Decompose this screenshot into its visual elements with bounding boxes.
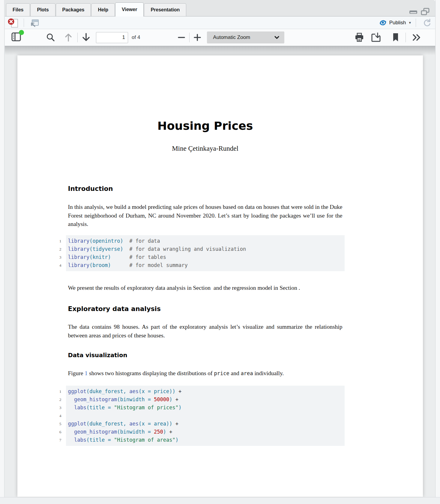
text-run: individually. (253, 370, 284, 376)
print-button[interactable] (354, 32, 364, 43)
code-line: 1library(openintro) # for data (66, 237, 345, 245)
tab-presentation[interactable]: Presentation (144, 3, 186, 16)
code-text: library(tidyverse) # for data wrangling … (68, 245, 246, 253)
publish-dropdown-caret[interactable]: ▾ (409, 20, 411, 25)
pdf-toolbar: of 4 Automatic Zoom (5, 29, 435, 46)
toolbar-separator (24, 19, 24, 27)
zoom-in-button[interactable] (193, 33, 202, 42)
publish-icon (379, 19, 387, 26)
page-down-icon (82, 32, 91, 43)
text-run: shows two histograms displaying the dist… (88, 370, 214, 376)
code-line: 4 (66, 412, 345, 420)
line-number: 5 (55, 420, 61, 428)
maximize-icon (421, 8, 430, 16)
right-pane-edge (435, 0, 440, 497)
code-text: geom_histogram(binwidth = 250) + (68, 428, 172, 436)
tab-files[interactable]: Files (6, 3, 30, 16)
tab-label: Files (13, 7, 23, 13)
code-text: labs(title = "Histogram of areas") (68, 436, 179, 444)
plus-icon (193, 33, 202, 42)
code-line: 6 geom_histogram(binwidth = 250) + (66, 428, 345, 436)
code-line: 3library(knitr) # for tables (66, 253, 345, 261)
double-chevron-right-icon (412, 33, 422, 42)
post-code-paragraph: We present the results of exploratory da… (68, 284, 343, 292)
tab-label: Presentation (151, 7, 180, 13)
line-number: 2 (55, 396, 61, 404)
line-number: 1 (55, 387, 61, 396)
code-text: ggplot(duke_forest, aes(x = area)) + (68, 420, 179, 428)
bookmark-icon (392, 33, 399, 42)
stop-icon (7, 18, 19, 28)
toolbar-separator (406, 33, 406, 42)
minus-icon (177, 33, 186, 42)
line-number: 3 (55, 253, 61, 261)
zoom-out-button[interactable] (177, 33, 186, 42)
code-line: 2library(tidyverse) # for data wrangling… (66, 245, 345, 253)
refresh-button[interactable] (423, 18, 432, 27)
tab-label: Viewer (122, 7, 137, 12)
toolbar-separator (416, 19, 416, 27)
code-text: geom_histogram(binwidth = 50000) + (68, 396, 179, 404)
bookmark-button[interactable] (392, 33, 399, 42)
code-line: 1ggplot(duke_forest, aes(x = price)) + (66, 387, 345, 396)
line-number: 4 (55, 261, 61, 269)
code-block-ggplot: 1ggplot(duke_forest, aes(x = price)) +2 … (66, 386, 345, 446)
heading-introduction: Introduction (68, 185, 343, 192)
line-number: 4 (55, 412, 61, 420)
rstudio-viewer-window: FilesPlotsPackagesHelpViewerPresentation (0, 0, 440, 504)
intro-paragraph: In this analysis, we build a model predi… (68, 203, 343, 229)
pdf-page-1: Housing Prices Mine Çetinkaya-Rundel Int… (17, 55, 423, 497)
tab-strip: FilesPlotsPackagesHelpViewerPresentation (5, 0, 435, 16)
find-button[interactable] (46, 33, 55, 42)
publish-button[interactable]: Publish (379, 19, 406, 26)
line-number: 7 (55, 436, 61, 444)
code-line: 7 labs(title = "Histogram of areas") (66, 436, 345, 444)
code-line: 5ggplot(duke_forest, aes(x = area)) + (66, 420, 345, 428)
minimize-icon (409, 9, 418, 15)
save-document-button[interactable] (371, 32, 382, 43)
previous-page-button[interactable] (64, 33, 72, 42)
tab-label: Help (98, 7, 108, 13)
document-title: Housing Prices (68, 55, 343, 133)
pop-out-button[interactable] (29, 18, 39, 27)
stop-button[interactable] (7, 18, 19, 28)
code-block-libraries: 1library(openintro) # for data2library(t… (66, 235, 345, 271)
heading-eda: Exploratory data analysis (68, 305, 343, 313)
maximize-pane-button[interactable] (421, 8, 430, 16)
tab-label: Plots (37, 7, 49, 13)
next-page-button[interactable] (82, 32, 91, 43)
figure-1-link[interactable]: 1 (85, 370, 88, 376)
line-number: 1 (55, 237, 61, 245)
pop-out-icon (29, 18, 39, 27)
code-text: library(knitr) # for tables (68, 253, 166, 261)
zoom-select[interactable]: Automatic Zoom (207, 31, 284, 43)
code-line: 3 labs(title = "Histogram of prices") (66, 404, 345, 412)
text-run: Figure (68, 370, 85, 376)
tab-packages[interactable]: Packages (56, 3, 91, 16)
tab-help[interactable]: Help (91, 3, 115, 16)
publish-label: Publish (389, 20, 406, 26)
inline-code: price (214, 370, 229, 376)
document-author: Mine Çetinkaya-Rundel (68, 144, 343, 153)
page-number-input[interactable] (96, 32, 128, 43)
figure-paragraph: Figure 1 shows two histograms displaying… (68, 369, 343, 378)
line-number: 2 (55, 245, 61, 253)
pdf-viewer-area[interactable]: Housing Prices Mine Çetinkaya-Rundel Int… (5, 46, 435, 497)
viewer-toolbar: Publish ▾ (5, 16, 435, 29)
viewer-toolbar-right: Publish ▾ (379, 18, 432, 27)
tab-plots[interactable]: Plots (30, 3, 55, 16)
more-tools-button[interactable] (412, 33, 422, 42)
code-text: labs(title = "Histogram of prices") (68, 404, 182, 412)
toolbar-separator (77, 33, 78, 42)
tab-viewer[interactable]: Viewer (115, 2, 144, 16)
document-content: Housing Prices Mine Çetinkaya-Rundel Int… (17, 55, 343, 446)
minimize-pane-button[interactable] (409, 9, 418, 15)
sidebar-notification-dot (19, 30, 24, 35)
tab-label: Packages (62, 7, 85, 13)
window-bottom-edge (0, 497, 440, 504)
refresh-icon (423, 18, 432, 27)
pane-window-buttons (409, 8, 430, 16)
page-up-icon (64, 33, 72, 42)
toolbar-separator (189, 33, 190, 42)
text-run: and (229, 370, 241, 376)
